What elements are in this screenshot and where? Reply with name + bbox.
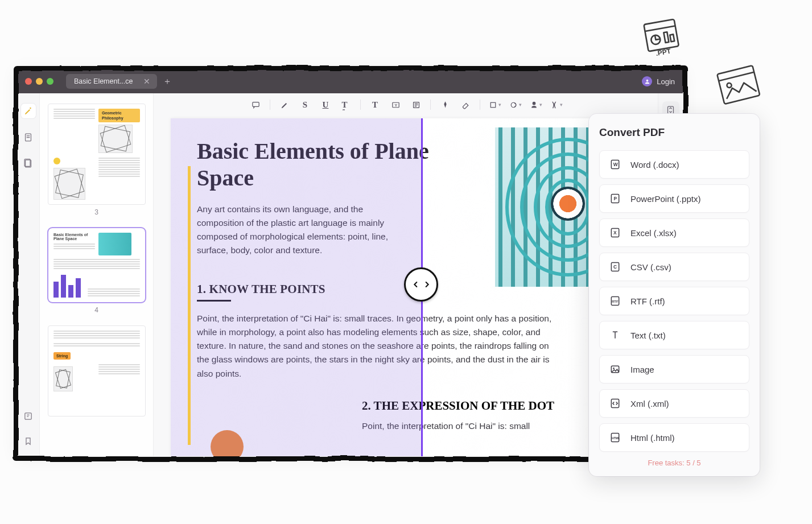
convert-option-label: Xml (.xml) [630, 399, 669, 409]
comment-tool-icon[interactable] [247, 97, 264, 112]
convert-option-img[interactable]: Image [599, 355, 749, 383]
decorative-dot-icon [211, 430, 244, 456]
svg-text:X: X [613, 230, 617, 236]
shape-tool-icon[interactable]: ▾ [486, 97, 503, 112]
attachments-tool-icon[interactable] [21, 156, 36, 171]
text-tool-icon[interactable]: T [366, 97, 384, 112]
rtf-icon: RTF [609, 295, 621, 307]
convert-pdf-panel: Convert PDF WWord (.docx)PPowerPoint (.p… [589, 114, 760, 476]
tab-label: Basic Element...ce [74, 77, 133, 85]
thumb-3-number: 3 [48, 208, 145, 216]
left-rail [17, 93, 40, 456]
convert-option-word[interactable]: WWord (.docx) [599, 150, 749, 179]
convert-option-txt[interactable]: Text (.txt) [599, 321, 749, 349]
svg-point-36 [613, 368, 615, 369]
bookmark-tool-icon[interactable] [21, 434, 36, 448]
highlighter-tool-icon[interactable] [21, 104, 36, 118]
thumb-3-title: Geometric Philosophy [98, 109, 140, 122]
free-tasks-label: Free tasks: 5 / 5 [599, 459, 749, 467]
heading-rule [197, 300, 231, 302]
thumbnails-pane: Geometric Philosophy 3 [40, 93, 154, 456]
minimize-window-icon[interactable] [36, 78, 43, 85]
convert-option-xls[interactable]: XExcel (.xlsx) [599, 218, 749, 247]
close-tab-icon[interactable]: ✕ [143, 77, 150, 86]
ocr-slider-handle[interactable] [404, 267, 438, 302]
svg-rect-3 [663, 32, 669, 43]
editor-toolbar: S U T˷ T T ▾ ▾ ▾ ▾ [154, 93, 658, 116]
ocr-tool-icon[interactable] [21, 409, 36, 423]
img-icon [609, 363, 621, 376]
image-doodle-icon [714, 63, 762, 108]
svg-text:C: C [613, 264, 617, 270]
convert-option-xml[interactable]: Xml (.xml) [599, 389, 749, 418]
convert-option-rtf[interactable]: RTFRTF (.rtf) [599, 287, 749, 315]
svg-line-7 [719, 72, 754, 81]
xml-icon [609, 397, 621, 410]
thumbnail-page-3[interactable]: Geometric Philosophy [48, 104, 146, 205]
txt-icon [609, 329, 621, 341]
csv-icon: C [609, 261, 621, 273]
page-title: Basic Elements of Plane Space [197, 138, 442, 191]
titlebar: Basic Element...ce ✕ ＋ Login [17, 69, 683, 93]
svg-text:.PPT: .PPT [655, 47, 671, 58]
highlight-tool-icon[interactable] [276, 97, 293, 112]
note-tool-icon[interactable] [407, 97, 424, 112]
ppt-doodle-icon: .PPT [638, 15, 685, 61]
eraser-tool-icon[interactable] [457, 97, 474, 112]
textbox-tool-icon[interactable]: T [387, 97, 404, 112]
convert-option-label: Excel (.xlsx) [630, 228, 677, 238]
convert-option-label: PowerPoint (.pptx) [630, 194, 700, 204]
html-icon: HTML [609, 431, 621, 444]
convert-option-csv[interactable]: CCSV (.csv) [599, 253, 749, 281]
window-controls[interactable] [25, 78, 53, 85]
svg-text:W: W [613, 162, 618, 167]
pen-tool-icon[interactable] [436, 97, 454, 112]
thumb-5-pill: String [53, 352, 71, 360]
strikethrough-tool-icon[interactable]: S [296, 97, 314, 112]
svg-rect-6 [717, 65, 760, 104]
section-2-body: Point, the interpretation of "Ci Hai" is… [362, 421, 619, 431]
svg-text:P: P [614, 196, 617, 201]
page-accent-bar [188, 166, 191, 445]
document-canvas: S U T˷ T T ▾ ▾ ▾ ▾ [154, 93, 658, 456]
maximize-window-icon[interactable] [47, 78, 53, 85]
new-tab-button[interactable]: ＋ [163, 76, 172, 88]
svg-rect-15 [252, 102, 258, 106]
svg-rect-14 [25, 412, 31, 419]
section-1-body: Point, the interpretation of "Ci Hai" is… [197, 312, 561, 380]
document-tab[interactable]: Basic Element...ce ✕ [66, 74, 157, 89]
stamp-tool-icon[interactable]: ▾ [506, 97, 524, 112]
squiggly-tool-icon[interactable]: T˷ [337, 97, 355, 112]
svg-point-8 [727, 82, 732, 88]
convert-option-label: RTF (.rtf) [630, 296, 665, 306]
thumb-4-number: 4 [48, 306, 145, 314]
word-icon: W [609, 158, 621, 171]
section-2-heading: 2. THE EXPRESSION OF THE DOT [362, 399, 619, 413]
svg-text:HTML: HTML [612, 436, 620, 440]
close-window-icon[interactable] [25, 78, 32, 85]
svg-text:T: T [394, 103, 397, 108]
underline-tool-icon[interactable]: U [317, 97, 334, 112]
login-button[interactable]: Login [642, 76, 675, 86]
convert-option-label: CSV (.csv) [630, 262, 671, 272]
convert-option-label: Text (.txt) [630, 331, 666, 340]
convert-option-ppt[interactable]: PPowerPoint (.pptx) [599, 184, 749, 213]
user-icon [642, 76, 652, 86]
ppt-icon: P [609, 192, 621, 205]
login-label: Login [657, 77, 675, 86]
svg-text:RTF: RTF [612, 300, 619, 303]
convert-option-label: Image [630, 365, 654, 374]
redact-tool-icon[interactable]: ▾ [547, 97, 564, 112]
page-intro: Any art contains its own language, and t… [197, 203, 402, 257]
convert-panel-title: Convert PDF [599, 126, 749, 139]
svg-rect-4 [670, 34, 674, 42]
thumbnail-page-4[interactable]: Basic Elements of Plane Space [48, 228, 146, 303]
convert-option-html[interactable]: HTMLHtml (.html) [599, 423, 749, 452]
thumbnail-page-5[interactable]: String [48, 325, 146, 416]
svg-line-1 [645, 26, 675, 31]
signature-tool-icon[interactable]: ▾ [527, 97, 544, 112]
svg-rect-22 [491, 102, 496, 108]
convert-option-label: Word (.docx) [630, 160, 679, 170]
page-tool-icon[interactable] [21, 130, 36, 145]
convert-option-label: Html (.html) [630, 433, 675, 443]
